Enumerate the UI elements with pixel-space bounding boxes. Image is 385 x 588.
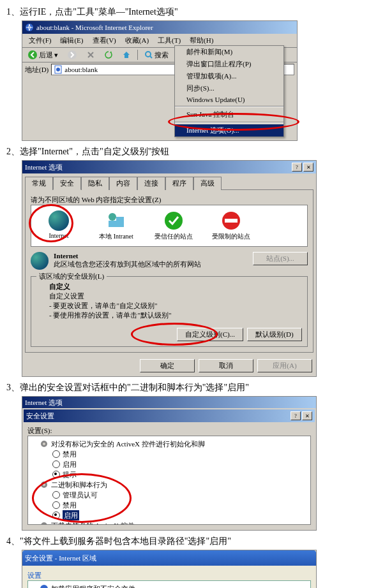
menu-tools[interactable]: 工具(T) xyxy=(154,35,185,46)
step-1: 1、运行IE，点击"工具"菜单—"Internet选项" about:blank… xyxy=(6,6,379,141)
cancel-button[interactable]: 取消 xyxy=(199,359,253,372)
settings-label: 设置 xyxy=(27,571,311,580)
step-2: 2、选择"Internet"，点击"自定义级别"按钮 Internet 选项 ?… xyxy=(6,146,379,377)
menu-mail[interactable]: 邮件和新闻(M) xyxy=(175,46,283,58)
tab-privacy[interactable]: 隐私 xyxy=(81,177,109,190)
back-button[interactable]: 后退▾ xyxy=(25,49,61,61)
svg-point-2 xyxy=(68,50,77,59)
settings-label: 设置(S): xyxy=(27,426,311,436)
svg-point-9 xyxy=(165,212,183,230)
step4-text: 4、"将文件上载到服务器时包含本地目录路径"选择"启用" xyxy=(6,536,379,547)
svg-rect-11 xyxy=(225,219,238,223)
zone-list: Internet 本地 Intranet 受信任的站点 受限制的站点 xyxy=(31,205,308,247)
gear-icon xyxy=(40,521,49,525)
highlight-circle xyxy=(29,204,73,242)
menu-addons[interactable]: 管理加载项(A)... xyxy=(175,70,283,82)
level-label: 该区域的安全级别(L) xyxy=(36,272,107,281)
svg-rect-6 xyxy=(109,221,116,227)
ie-small-icon xyxy=(40,584,49,588)
svg-point-13 xyxy=(43,443,45,445)
menu-file[interactable]: 文件(F) xyxy=(25,35,55,46)
svg-point-17 xyxy=(43,524,45,525)
search-button[interactable]: 搜索 xyxy=(142,50,171,61)
menu-popup[interactable]: 弹出窗口阻止程序(P) xyxy=(175,58,283,70)
svg-point-5 xyxy=(56,68,60,71)
security-panel: 请为不同区域的 Web 内容指定安全设置(Z) Internet 本地 Intr… xyxy=(25,189,313,353)
ok-button[interactable]: 确定 xyxy=(140,359,195,372)
dialog-buttons: 确定 取消 应用(A) xyxy=(22,355,316,376)
tab-adv[interactable]: 高级 xyxy=(193,177,222,190)
step2-text: 2、选择"Internet"，点击"自定义级别"按钮 xyxy=(6,146,379,158)
tab-security[interactable]: 安全 xyxy=(53,177,81,190)
zones-label: 请为不同区域的 Web 内容指定安全设置(Z) xyxy=(31,195,308,205)
stop-button[interactable] xyxy=(84,50,98,60)
step-3: 3、弹出的安全设置对话框中的"二进制和脚本行为"选择"启用" Internet … xyxy=(6,382,379,531)
highlight-circle xyxy=(131,323,218,346)
radio-icon xyxy=(52,460,60,468)
radio-option[interactable]: 禁用 xyxy=(31,449,308,459)
radio-icon xyxy=(52,450,60,458)
zone-trusted[interactable]: 受信任的站点 xyxy=(151,210,196,241)
zone-intranet[interactable]: 本地 Intranet xyxy=(94,210,139,241)
level-group: 该区域的安全级别(L) 自定义 自定义设置 - 要更改设置，请单击"自定义级别"… xyxy=(31,276,308,347)
tab-content[interactable]: 内容 xyxy=(109,177,137,190)
intranet-icon xyxy=(106,210,126,231)
ie-window: about:blank - Microsoft Internet Explore… xyxy=(22,20,298,141)
highlight-circle xyxy=(32,473,132,523)
titlebar: Internet 选项 ?✕ xyxy=(22,161,316,173)
highlight-circle xyxy=(168,113,299,131)
svg-point-18 xyxy=(40,585,48,588)
close-button[interactable]: ✕ xyxy=(302,411,312,420)
forward-button[interactable] xyxy=(64,49,80,61)
svg-point-8 xyxy=(109,213,116,221)
ie-icon xyxy=(25,23,34,32)
step-4: 4、"将文件上载到服务器时包含本地目录路径"选择"启用" 安全设置 - Inte… xyxy=(6,536,379,588)
help-button[interactable]: ? xyxy=(291,411,301,420)
titlebar: about:blank - Microsoft Internet Explore… xyxy=(22,21,297,34)
menu-update[interactable]: Windows Update(U) xyxy=(175,94,283,105)
security-settings-xp: 安全设置 - Internet 区域 设置 加载应用程序和不安全文件 禁用 启用… xyxy=(22,550,317,588)
tree-header: 加载应用程序和不安全文件 xyxy=(31,584,308,588)
dialog-title: Internet 选项 xyxy=(25,163,63,172)
zone-restricted[interactable]: 受限制的站点 xyxy=(209,210,253,241)
window-title: about:blank - Microsoft Internet Explore… xyxy=(36,24,153,31)
menu-help[interactable]: 帮助(H) xyxy=(186,35,217,46)
settings-tree[interactable]: 对没有标记为安全的 ActiveX 控件进行初始化和脚 禁用 启用 提示 二进制… xyxy=(27,436,311,525)
dialog-title: 安全设置 - Internet 区域 xyxy=(25,554,96,563)
security-settings-dialog: Internet 选项 安全设置 ?✕ 设置(S): 对没有标记为安全的 Act… xyxy=(22,396,317,531)
step3-text: 3、弹出的安全设置对话框中的"二进制和脚本行为"选择"启用" xyxy=(6,382,379,393)
settings-tree[interactable]: 加载应用程序和不安全文件 禁用 启用（不安全） 提示（推荐） 将文件上载到服务器… xyxy=(27,580,311,588)
apply-button: 应用(A) xyxy=(257,359,312,372)
dialog-title: 安全设置 xyxy=(26,411,54,421)
refresh-button[interactable] xyxy=(102,50,116,60)
tab-prog[interactable]: 程序 xyxy=(165,177,193,190)
titlebar: 安全设置 - Internet 区域 xyxy=(22,550,316,566)
page-icon xyxy=(54,65,63,74)
custom-title: 自定义 xyxy=(49,283,70,290)
menu-sync[interactable]: 同步(S)... xyxy=(175,82,283,94)
gear-icon xyxy=(40,439,49,448)
options-dialog: Internet 选项 ?✕ 常规 安全 隐私 内容 连接 程序 高级 请为不同… xyxy=(22,160,317,377)
titlebar: 安全设置 ?✕ xyxy=(24,409,315,422)
close-button[interactable]: ✕ xyxy=(303,163,313,172)
svg-rect-7 xyxy=(116,217,124,227)
check-icon xyxy=(163,210,184,231)
menu-view[interactable]: 查看(V) xyxy=(89,35,120,46)
tree-header: 对没有标记为安全的 ActiveX 控件进行初始化和脚 xyxy=(31,439,308,449)
tab-conn[interactable]: 连接 xyxy=(137,177,165,190)
address-label: 地址(D) xyxy=(25,65,49,75)
sites-button: 站点(S)... xyxy=(253,252,308,265)
tab-general[interactable]: 常规 xyxy=(25,177,53,190)
home-button[interactable] xyxy=(119,50,133,60)
radio-option[interactable]: 启用 xyxy=(31,459,308,469)
parent-titlebar: Internet 选项 xyxy=(22,397,316,408)
default-level-button[interactable]: 默认级别(D) xyxy=(247,328,302,341)
menu-edit[interactable]: 编辑(E) xyxy=(56,35,87,46)
svg-point-3 xyxy=(146,52,151,57)
globe-icon xyxy=(31,252,49,270)
help-button[interactable]: ? xyxy=(292,163,302,172)
menu-fav[interactable]: 收藏(A) xyxy=(121,35,153,46)
svg-point-1 xyxy=(28,50,37,59)
svg-point-16 xyxy=(41,522,47,525)
zone-desc: 此区域包含您还没有放到其他区域中的所有网站 xyxy=(54,260,201,268)
